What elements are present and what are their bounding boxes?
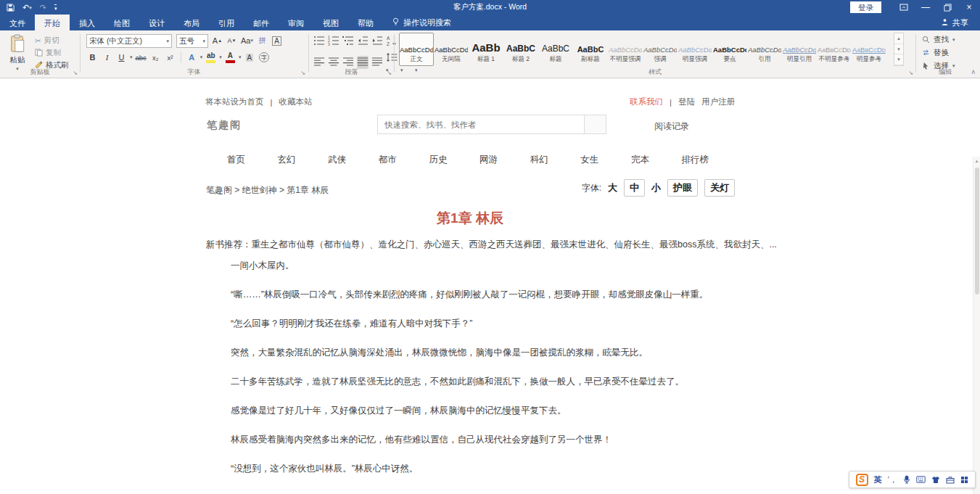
clipboard-dialog-launcher[interactable]: ↘ [73, 70, 78, 76]
document-area[interactable]: 将本站设为首页 | 收藏本站 联系我们 | 登陆 用户注册 笔趣阁 阅读记录 首… [0, 78, 980, 494]
ribbon-tab-文件[interactable]: 文件 [0, 15, 35, 30]
skin-icon[interactable] [931, 476, 940, 484]
toolbox-icon[interactable] [946, 476, 955, 484]
set-home-link[interactable]: 将本站设为首页 [205, 96, 264, 107]
paste-button[interactable]: 粘贴 ▾ [5, 33, 30, 71]
ribbon-tab-绘图[interactable]: 绘图 [104, 15, 139, 30]
font-option-小[interactable]: 小 [651, 181, 661, 194]
replace-button[interactable]: 替换 [922, 48, 949, 58]
numbering-icon[interactable]: 123 [328, 35, 339, 48]
undo-icon[interactable]: ↶▾ [22, 4, 32, 12]
styles-dialog-launcher[interactable]: ↘ [908, 70, 913, 76]
collapse-ribbon-icon[interactable]: ∧ [971, 68, 976, 75]
ribbon-tab-视图[interactable]: 视图 [313, 15, 348, 30]
search-input[interactable] [378, 115, 584, 133]
nav-item-女生[interactable]: 女生 [580, 154, 598, 166]
decrease-indent-icon[interactable] [357, 35, 368, 48]
reading-record-link[interactable]: 阅读记录 [654, 120, 689, 133]
styles-more-icon[interactable]: ▼ [894, 54, 903, 65]
nav-item-首页[interactable]: 首页 [227, 154, 245, 166]
ribbon-tab-引用[interactable]: 引用 [209, 15, 244, 30]
style-引用[interactable]: AaBbCcDd引用 [747, 33, 782, 66]
share-button[interactable]: 共享 [929, 15, 980, 30]
style-不明显参考[interactable]: AaBbCcDd不明显参考 [817, 33, 852, 66]
soft-keyboard-icon[interactable] [916, 476, 926, 483]
ime-language-toggle[interactable]: 英 [874, 474, 882, 485]
styles-scroll-down-icon[interactable]: ▼ [894, 44, 903, 55]
phonetic-guide-icon[interactable]: 拼 [256, 34, 268, 47]
ribbon-tab-邮件[interactable]: 邮件 [244, 15, 279, 30]
contact-us-link[interactable]: 联系我们 [630, 96, 663, 107]
find-button[interactable]: 查找▾ [922, 35, 955, 45]
login-link[interactable]: 登陆 [678, 96, 695, 107]
style-明显引用[interactable]: AaBbCcDd明显引用 [782, 33, 817, 66]
style-要点[interactable]: AaBbCcDd要点 [712, 33, 747, 66]
ime-punctuation-toggle[interactable]: ’， [888, 474, 897, 485]
nav-item-完本[interactable]: 完本 [631, 154, 649, 166]
underline-dropdown-arrow[interactable]: ▾ [130, 54, 133, 60]
breadcrumb[interactable]: 笔趣阁 > 绝世剑神 > 第1章 林辰 [206, 184, 329, 197]
styles-scroll-up-icon[interactable]: ▲ [894, 33, 903, 44]
nav-item-历史[interactable]: 历史 [429, 154, 447, 166]
ribbon-tab-开始[interactable]: 开始 [35, 15, 70, 30]
search-button[interactable] [584, 115, 606, 133]
ribbon-tab-设计[interactable]: 设计 [139, 15, 174, 30]
nav-item-都市[interactable]: 都市 [379, 154, 397, 166]
scrollbar-thumb[interactable] [975, 168, 979, 295]
font-dialog-launcher[interactable]: ↘ [300, 70, 305, 76]
style-副标题[interactable]: AaBbC副标题 [573, 33, 608, 66]
grid-icon[interactable] [960, 476, 968, 484]
enclose-characters-button[interactable]: 字 [258, 51, 270, 64]
font-option-大[interactable]: 大 [608, 181, 617, 194]
nav-item-玄幻[interactable]: 玄幻 [278, 154, 296, 166]
increase-indent-icon[interactable] [371, 35, 383, 48]
font-color-button[interactable]: A [224, 51, 236, 64]
underline-button[interactable]: U [115, 51, 128, 64]
ribbon-tab-审阅[interactable]: 审阅 [279, 15, 313, 30]
style-明显强调[interactable]: AaBbCcDd明显强调 [678, 33, 712, 66]
nav-item-科幻[interactable]: 科幻 [530, 154, 548, 166]
character-border-button[interactable]: A [271, 34, 283, 47]
register-link[interactable]: 用户注册 [701, 96, 735, 107]
scroll-up-arrow-icon[interactable]: ▲ [973, 157, 980, 163]
ribbon-display-options-icon[interactable] [893, 0, 915, 15]
multilevel-list-icon[interactable] [342, 35, 354, 48]
mic-icon[interactable] [903, 475, 910, 484]
font-option-护眼[interactable]: 护眼 [667, 179, 698, 197]
minimize-button[interactable]: — [915, 0, 936, 15]
nav-item-排行榜[interactable]: 排行榜 [681, 154, 709, 166]
tell-me-box[interactable]: 操作说明搜索 [383, 15, 460, 30]
text-highlight-button[interactable]: ab [205, 51, 217, 64]
font-name-combobox[interactable]: 宋体 (中文正文)▾ [86, 34, 172, 48]
superscript-button[interactable]: x² [164, 51, 176, 64]
paragraph-dialog-launcher[interactable]: ↘ [387, 70, 392, 76]
style-标题[interactable]: AaBbC标题 [538, 33, 573, 66]
sign-in-button[interactable]: 登录 [850, 1, 881, 14]
site-logo[interactable]: 笔趣阁 [207, 119, 242, 132]
style-不明显强调[interactable]: AaBbCcDd不明显强调 [608, 33, 643, 66]
font-size-combobox[interactable]: 五号▾ [176, 34, 208, 48]
shrink-font-button[interactable]: A▼ [226, 34, 238, 47]
save-icon[interactable] [7, 4, 15, 12]
style-标题 1[interactable]: AaBb标题 1 [469, 33, 503, 66]
ribbon-tab-插入[interactable]: 插入 [70, 15, 104, 30]
font-option-中[interactable]: 中 [624, 179, 645, 197]
ribbon-tab-帮助[interactable]: 帮助 [348, 15, 383, 30]
style-标题 2[interactable]: AaBbC标题 2 [503, 33, 538, 66]
highlight-dropdown-arrow[interactable]: ▾ [219, 54, 222, 60]
change-case-button[interactable]: Aa▾ [240, 34, 254, 47]
italic-button[interactable]: I [101, 51, 113, 64]
sogou-logo-icon[interactable]: S [856, 474, 868, 486]
strikethrough-button[interactable]: abc [135, 51, 147, 64]
customize-qat-icon[interactable]: ▾ [54, 4, 57, 11]
ribbon-tab-布局[interactable]: 布局 [174, 15, 209, 30]
style-无间隔[interactable]: AaBbCcDd无间隔 [434, 33, 469, 66]
grow-font-button[interactable]: A▲ [211, 34, 223, 47]
bullets-icon[interactable] [313, 35, 325, 48]
vertical-scrollbar[interactable]: ▲ [973, 157, 980, 494]
bold-button[interactable]: B [86, 51, 99, 64]
nav-item-武侠[interactable]: 武侠 [328, 154, 346, 166]
restore-button[interactable] [936, 0, 958, 15]
character-shading-button[interactable]: A [243, 51, 255, 64]
close-button[interactable]: × [958, 0, 980, 15]
